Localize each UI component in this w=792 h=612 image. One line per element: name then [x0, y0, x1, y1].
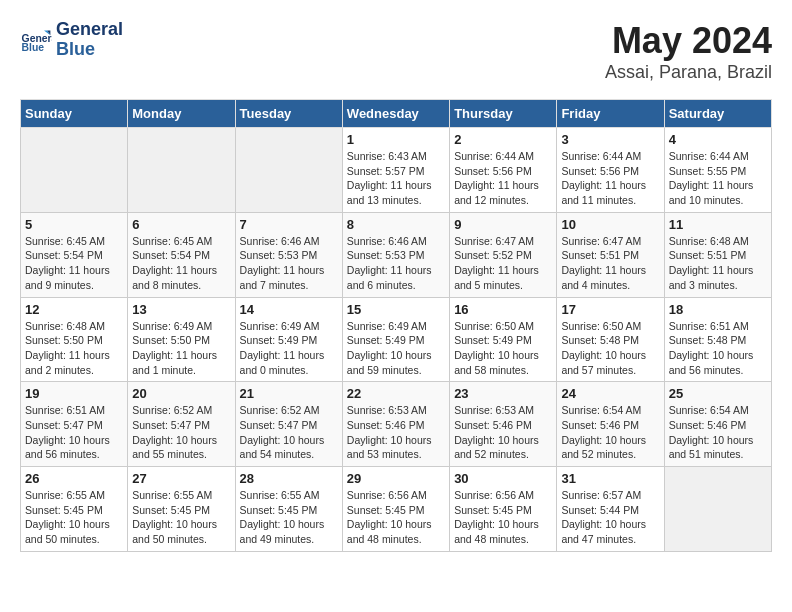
logo-line2: Blue	[56, 40, 123, 60]
day-info: Sunrise: 6:44 AMSunset: 5:56 PMDaylight:…	[454, 149, 552, 208]
calendar-cell: 12Sunrise: 6:48 AMSunset: 5:50 PMDayligh…	[21, 297, 128, 382]
calendar-cell: 4Sunrise: 6:44 AMSunset: 5:55 PMDaylight…	[664, 128, 771, 213]
calendar-table: SundayMondayTuesdayWednesdayThursdayFrid…	[20, 99, 772, 552]
calendar-cell: 27Sunrise: 6:55 AMSunset: 5:45 PMDayligh…	[128, 467, 235, 552]
calendar-cell: 11Sunrise: 6:48 AMSunset: 5:51 PMDayligh…	[664, 212, 771, 297]
day-info: Sunrise: 6:49 AMSunset: 5:49 PMDaylight:…	[347, 319, 445, 378]
day-number: 4	[669, 132, 767, 147]
day-info: Sunrise: 6:49 AMSunset: 5:50 PMDaylight:…	[132, 319, 230, 378]
day-number: 22	[347, 386, 445, 401]
calendar-cell: 18Sunrise: 6:51 AMSunset: 5:48 PMDayligh…	[664, 297, 771, 382]
day-info: Sunrise: 6:48 AMSunset: 5:51 PMDaylight:…	[669, 234, 767, 293]
calendar-cell: 25Sunrise: 6:54 AMSunset: 5:46 PMDayligh…	[664, 382, 771, 467]
day-number: 9	[454, 217, 552, 232]
day-number: 28	[240, 471, 338, 486]
weekday-header-wednesday: Wednesday	[342, 100, 449, 128]
weekday-header-saturday: Saturday	[664, 100, 771, 128]
page-title: May 2024	[605, 20, 772, 62]
logo-icon: General Blue	[20, 24, 52, 56]
calendar-cell: 16Sunrise: 6:50 AMSunset: 5:49 PMDayligh…	[450, 297, 557, 382]
day-info: Sunrise: 6:47 AMSunset: 5:51 PMDaylight:…	[561, 234, 659, 293]
calendar-week-3: 12Sunrise: 6:48 AMSunset: 5:50 PMDayligh…	[21, 297, 772, 382]
day-number: 3	[561, 132, 659, 147]
calendar-cell: 23Sunrise: 6:53 AMSunset: 5:46 PMDayligh…	[450, 382, 557, 467]
calendar-cell: 31Sunrise: 6:57 AMSunset: 5:44 PMDayligh…	[557, 467, 664, 552]
logo-line1: General	[56, 20, 123, 40]
calendar-cell: 3Sunrise: 6:44 AMSunset: 5:56 PMDaylight…	[557, 128, 664, 213]
day-number: 17	[561, 302, 659, 317]
day-number: 23	[454, 386, 552, 401]
day-info: Sunrise: 6:57 AMSunset: 5:44 PMDaylight:…	[561, 488, 659, 547]
day-info: Sunrise: 6:43 AMSunset: 5:57 PMDaylight:…	[347, 149, 445, 208]
calendar-cell: 14Sunrise: 6:49 AMSunset: 5:49 PMDayligh…	[235, 297, 342, 382]
calendar-week-2: 5Sunrise: 6:45 AMSunset: 5:54 PMDaylight…	[21, 212, 772, 297]
day-info: Sunrise: 6:51 AMSunset: 5:48 PMDaylight:…	[669, 319, 767, 378]
calendar-cell: 19Sunrise: 6:51 AMSunset: 5:47 PMDayligh…	[21, 382, 128, 467]
svg-text:Blue: Blue	[22, 42, 45, 53]
day-info: Sunrise: 6:47 AMSunset: 5:52 PMDaylight:…	[454, 234, 552, 293]
day-info: Sunrise: 6:56 AMSunset: 5:45 PMDaylight:…	[347, 488, 445, 547]
day-info: Sunrise: 6:55 AMSunset: 5:45 PMDaylight:…	[240, 488, 338, 547]
day-number: 24	[561, 386, 659, 401]
day-info: Sunrise: 6:53 AMSunset: 5:46 PMDaylight:…	[454, 403, 552, 462]
page-header: General Blue General Blue May 2024 Assai…	[20, 20, 772, 83]
calendar-week-4: 19Sunrise: 6:51 AMSunset: 5:47 PMDayligh…	[21, 382, 772, 467]
day-info: Sunrise: 6:50 AMSunset: 5:49 PMDaylight:…	[454, 319, 552, 378]
day-info: Sunrise: 6:54 AMSunset: 5:46 PMDaylight:…	[561, 403, 659, 462]
calendar-cell: 17Sunrise: 6:50 AMSunset: 5:48 PMDayligh…	[557, 297, 664, 382]
calendar-cell: 28Sunrise: 6:55 AMSunset: 5:45 PMDayligh…	[235, 467, 342, 552]
day-number: 29	[347, 471, 445, 486]
day-info: Sunrise: 6:44 AMSunset: 5:55 PMDaylight:…	[669, 149, 767, 208]
calendar-cell: 20Sunrise: 6:52 AMSunset: 5:47 PMDayligh…	[128, 382, 235, 467]
calendar-cell	[235, 128, 342, 213]
weekday-header-tuesday: Tuesday	[235, 100, 342, 128]
day-number: 15	[347, 302, 445, 317]
calendar-cell: 10Sunrise: 6:47 AMSunset: 5:51 PMDayligh…	[557, 212, 664, 297]
day-number: 8	[347, 217, 445, 232]
day-info: Sunrise: 6:50 AMSunset: 5:48 PMDaylight:…	[561, 319, 659, 378]
day-number: 18	[669, 302, 767, 317]
day-number: 14	[240, 302, 338, 317]
calendar-cell: 1Sunrise: 6:43 AMSunset: 5:57 PMDaylight…	[342, 128, 449, 213]
calendar-week-5: 26Sunrise: 6:55 AMSunset: 5:45 PMDayligh…	[21, 467, 772, 552]
day-number: 31	[561, 471, 659, 486]
day-number: 10	[561, 217, 659, 232]
calendar-cell: 5Sunrise: 6:45 AMSunset: 5:54 PMDaylight…	[21, 212, 128, 297]
day-number: 2	[454, 132, 552, 147]
day-number: 20	[132, 386, 230, 401]
day-info: Sunrise: 6:56 AMSunset: 5:45 PMDaylight:…	[454, 488, 552, 547]
calendar-cell: 15Sunrise: 6:49 AMSunset: 5:49 PMDayligh…	[342, 297, 449, 382]
day-info: Sunrise: 6:55 AMSunset: 5:45 PMDaylight:…	[25, 488, 123, 547]
day-info: Sunrise: 6:44 AMSunset: 5:56 PMDaylight:…	[561, 149, 659, 208]
calendar-cell: 9Sunrise: 6:47 AMSunset: 5:52 PMDaylight…	[450, 212, 557, 297]
day-number: 5	[25, 217, 123, 232]
calendar-cell: 29Sunrise: 6:56 AMSunset: 5:45 PMDayligh…	[342, 467, 449, 552]
calendar-cell: 13Sunrise: 6:49 AMSunset: 5:50 PMDayligh…	[128, 297, 235, 382]
day-info: Sunrise: 6:51 AMSunset: 5:47 PMDaylight:…	[25, 403, 123, 462]
day-number: 25	[669, 386, 767, 401]
calendar-cell: 8Sunrise: 6:46 AMSunset: 5:53 PMDaylight…	[342, 212, 449, 297]
day-number: 21	[240, 386, 338, 401]
logo: General Blue General Blue	[20, 20, 123, 60]
weekday-header-sunday: Sunday	[21, 100, 128, 128]
calendar-body: 1Sunrise: 6:43 AMSunset: 5:57 PMDaylight…	[21, 128, 772, 552]
day-number: 1	[347, 132, 445, 147]
calendar-cell	[128, 128, 235, 213]
day-info: Sunrise: 6:49 AMSunset: 5:49 PMDaylight:…	[240, 319, 338, 378]
day-info: Sunrise: 6:52 AMSunset: 5:47 PMDaylight:…	[132, 403, 230, 462]
weekday-header-friday: Friday	[557, 100, 664, 128]
day-info: Sunrise: 6:55 AMSunset: 5:45 PMDaylight:…	[132, 488, 230, 547]
day-number: 11	[669, 217, 767, 232]
day-number: 13	[132, 302, 230, 317]
weekday-header-row: SundayMondayTuesdayWednesdayThursdayFrid…	[21, 100, 772, 128]
day-number: 7	[240, 217, 338, 232]
day-info: Sunrise: 6:48 AMSunset: 5:50 PMDaylight:…	[25, 319, 123, 378]
weekday-header-monday: Monday	[128, 100, 235, 128]
calendar-cell: 30Sunrise: 6:56 AMSunset: 5:45 PMDayligh…	[450, 467, 557, 552]
day-info: Sunrise: 6:46 AMSunset: 5:53 PMDaylight:…	[240, 234, 338, 293]
calendar-cell: 22Sunrise: 6:53 AMSunset: 5:46 PMDayligh…	[342, 382, 449, 467]
calendar-cell	[21, 128, 128, 213]
day-info: Sunrise: 6:53 AMSunset: 5:46 PMDaylight:…	[347, 403, 445, 462]
calendar-cell	[664, 467, 771, 552]
day-number: 16	[454, 302, 552, 317]
